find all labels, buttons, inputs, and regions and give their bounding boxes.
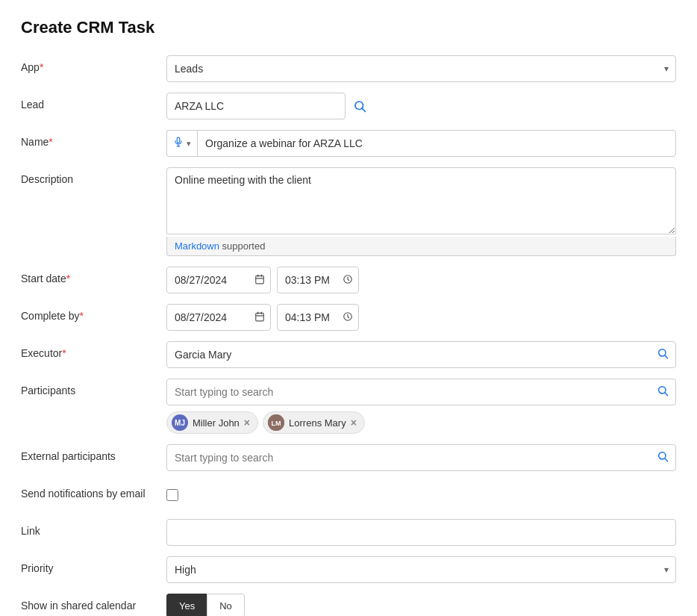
start-date-input[interactable] [166, 267, 271, 293]
description-control: Online meeting with the client Markdown … [166, 167, 676, 256]
executor-control [166, 341, 676, 368]
executor-required-indicator: * [62, 347, 66, 359]
name-prefix-chevron: ▾ [187, 139, 191, 149]
external-participants-search-wrapper [166, 444, 676, 471]
svg-text:LM: LM [272, 420, 281, 427]
complete-by-datetime-row [166, 304, 676, 331]
app-select[interactable]: Leads Contacts Deals [166, 55, 676, 82]
show-calendar-label: Show in shared calendar [21, 594, 166, 612]
start-date-label: Start date* [21, 267, 166, 284]
participants-search-input[interactable] [166, 379, 676, 405]
priority-label: Priority [21, 556, 166, 574]
description-wrapper: Online meeting with the client Markdown … [166, 167, 676, 256]
mic-icon [173, 137, 184, 150]
complete-by-time-input-wrapper [277, 304, 359, 331]
participants-label: Participants [21, 379, 166, 396]
executor-row: Executor* [21, 341, 676, 368]
description-label: Description [21, 167, 166, 185]
app-label: App* [21, 55, 166, 73]
link-label: Link [21, 519, 166, 537]
complete-by-label: Complete by* [21, 304, 166, 322]
priority-row: Priority Low Medium High Critical ▾ [21, 556, 676, 583]
lead-search-button[interactable] [350, 99, 369, 113]
app-required-indicator: * [40, 61, 43, 73]
priority-control: Low Medium High Critical ▾ [166, 556, 676, 583]
avatar-lorrens-mary-img: LM [268, 414, 284, 431]
lead-control [166, 93, 676, 119]
participant-name-miller-john: Miller John [193, 417, 240, 429]
external-participants-control [166, 444, 676, 471]
lead-row: Lead [21, 93, 676, 119]
link-row: Link [21, 519, 676, 546]
show-calendar-no-button[interactable]: No [207, 594, 245, 616]
svg-rect-2 [177, 137, 180, 143]
remove-lorrens-mary-button[interactable]: × [351, 417, 357, 428]
start-date-row: Start date* [21, 267, 676, 293]
lead-label: Lead [21, 93, 166, 111]
link-input[interactable] [166, 519, 676, 546]
send-notifications-label: Send notifications by email [21, 482, 166, 500]
participants-section: MJ Miller John × LM Lorrens Mary × [166, 379, 676, 434]
markdown-suffix: supported [219, 240, 265, 252]
show-calendar-row: Show in shared calendar Yes No [21, 594, 676, 616]
start-time-input-wrapper [277, 267, 359, 293]
show-calendar-control: Yes No [166, 594, 676, 616]
svg-line-1 [362, 108, 365, 111]
page-title: Create CRM Task [21, 18, 676, 37]
complete-by-row: Complete by* [21, 304, 676, 331]
show-calendar-toggle-group: Yes No [166, 594, 676, 616]
executor-label: Executor* [21, 341, 166, 359]
markdown-bar: Markdown supported [166, 237, 676, 256]
avatar-miller-john: MJ [172, 414, 188, 431]
participants-control: MJ Miller John × LM Lorrens Mary × [166, 379, 676, 434]
complete-by-date-input-wrapper [166, 304, 271, 331]
app-control: Leads Contacts Deals ▾ [166, 55, 676, 82]
name-prefix-button[interactable]: ▾ [166, 130, 197, 157]
executor-search-wrapper [166, 341, 676, 368]
start-date-input-wrapper [166, 267, 271, 293]
markdown-link[interactable]: Markdown [175, 240, 219, 252]
participants-row: Participants MJ Miller John × [21, 379, 676, 434]
start-date-required-indicator: * [66, 273, 70, 284]
priority-select[interactable]: Low Medium High Critical [166, 556, 676, 583]
app-select-wrapper: Leads Contacts Deals ▾ [166, 55, 676, 82]
executor-input[interactable] [166, 341, 676, 368]
participants-search-wrapper [166, 379, 676, 405]
external-participants-input[interactable] [166, 444, 676, 471]
send-notifications-control [166, 482, 676, 508]
participant-tag-miller-john: MJ Miller John × [166, 411, 258, 434]
name-label: Name* [21, 130, 166, 148]
lead-input-wrapper [166, 93, 676, 119]
description-row: Description Online meeting with the clie… [21, 167, 676, 256]
name-required-indicator: * [49, 136, 52, 148]
send-notifications-row: Send notifications by email [21, 482, 676, 508]
complete-by-time-input[interactable] [277, 304, 359, 331]
participant-name-lorrens-mary: Lorrens Mary [289, 417, 346, 429]
complete-by-required-indicator: * [80, 310, 84, 322]
start-datetime-row [166, 267, 676, 293]
name-row: Name* ▾ [21, 130, 676, 157]
show-calendar-yes-button[interactable]: Yes [166, 594, 207, 616]
participants-tags: MJ Miller John × LM Lorrens Mary × [166, 411, 676, 434]
avatar-lorrens-mary: LM [268, 414, 284, 431]
external-participants-row: External participants [21, 444, 676, 471]
remove-miller-john-button[interactable]: × [244, 417, 250, 428]
start-time-input[interactable] [277, 267, 359, 293]
name-row-inner: ▾ [166, 130, 676, 157]
search-icon [353, 99, 366, 113]
name-control: ▾ [166, 130, 676, 157]
send-notifications-checkbox-wrapper [166, 482, 676, 508]
priority-select-wrapper: Low Medium High Critical ▾ [166, 556, 676, 583]
external-participants-label: External participants [21, 444, 166, 462]
start-date-control [166, 267, 676, 293]
link-control [166, 519, 676, 546]
lead-input[interactable] [166, 93, 346, 119]
app-row: App* Leads Contacts Deals ▾ [21, 55, 676, 82]
description-textarea[interactable]: Online meeting with the client [166, 167, 676, 234]
send-notifications-checkbox[interactable] [166, 489, 178, 501]
complete-by-control [166, 304, 676, 331]
name-input[interactable] [197, 130, 676, 157]
participant-tag-lorrens-mary: LM Lorrens Mary × [263, 411, 365, 434]
complete-by-date-input[interactable] [166, 304, 271, 331]
